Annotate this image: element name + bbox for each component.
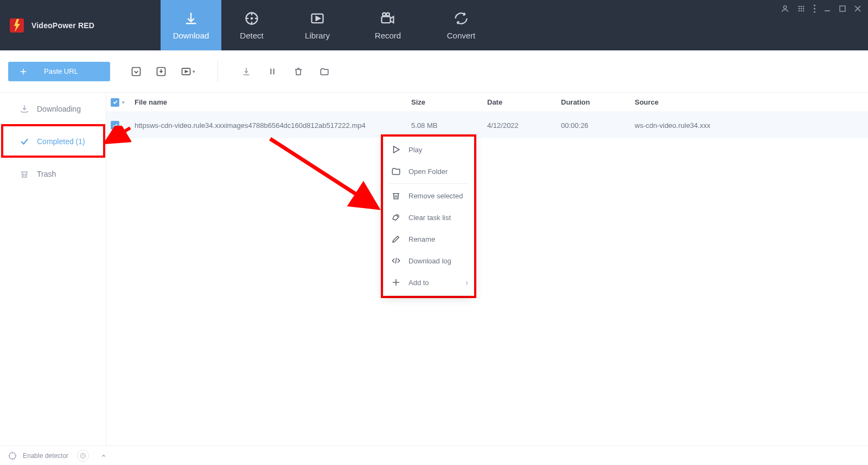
ctx-add-to[interactable]: Add to › bbox=[384, 272, 474, 293]
completed-icon bbox=[20, 137, 29, 146]
table-row[interactable]: httpsws-cdn-video.rule34.xxximages4788b6… bbox=[106, 112, 868, 138]
column-duration[interactable]: Duration bbox=[561, 98, 635, 106]
window-controls bbox=[781, 4, 861, 13]
screen-record-icon[interactable]: ▾ bbox=[180, 65, 196, 78]
tab-convert[interactable]: Convert bbox=[423, 0, 499, 50]
column-source[interactable]: Source bbox=[635, 98, 868, 106]
svg-point-11 bbox=[382, 13, 386, 16]
svg-point-15 bbox=[801, 6, 802, 8]
cell-date: 4/12/2022 bbox=[487, 121, 561, 130]
cell-size: 5.08 MB bbox=[411, 121, 487, 130]
app-title: VideoPower RED bbox=[31, 21, 94, 30]
batch-download-icon[interactable] bbox=[130, 65, 143, 78]
table-header: ▾ File name Size Date Duration Source bbox=[106, 93, 868, 112]
enable-detector-label[interactable]: Enable detector bbox=[23, 452, 68, 460]
open-output-folder-icon[interactable] bbox=[318, 65, 331, 78]
ctx-remove-selected[interactable]: Remove selected bbox=[384, 185, 474, 206]
svg-rect-30 bbox=[132, 67, 141, 75]
svg-point-25 bbox=[814, 11, 815, 13]
ctx-clear-task-list[interactable]: Clear task list bbox=[384, 206, 474, 228]
plus-icon bbox=[391, 277, 401, 287]
tab-record[interactable]: Record bbox=[353, 0, 423, 50]
pause-icon[interactable] bbox=[266, 65, 279, 78]
ctx-open-folder[interactable]: Open Folder bbox=[384, 160, 474, 182]
subscription-icon[interactable] bbox=[155, 65, 168, 78]
sidebar-item-label: Downloading bbox=[37, 105, 81, 113]
cell-source: ws-cdn-video.rule34.xxx bbox=[635, 121, 868, 130]
app-header: VideoPower RED Download Detect Library R… bbox=[0, 0, 868, 50]
column-date[interactable]: Date bbox=[487, 98, 561, 106]
status-bar: Enable detector bbox=[0, 445, 868, 465]
svg-marker-33 bbox=[185, 70, 187, 72]
svg-rect-34 bbox=[270, 68, 272, 74]
tab-download[interactable]: Download bbox=[161, 0, 221, 50]
context-menu: Play Open Folder Remove selected Clear t… bbox=[384, 137, 474, 295]
sidebar-item-label: Trash bbox=[37, 170, 56, 178]
detect-icon bbox=[244, 10, 260, 27]
svg-point-19 bbox=[803, 8, 805, 10]
svg-point-7 bbox=[251, 18, 252, 19]
detector-target-icon[interactable] bbox=[8, 451, 17, 461]
sidebar: Downloading Completed (1) Trash bbox=[0, 93, 106, 445]
downloading-icon bbox=[20, 104, 29, 114]
logo-block: VideoPower RED bbox=[0, 0, 161, 50]
schedule-icon[interactable] bbox=[77, 450, 89, 462]
svg-point-12 bbox=[386, 13, 390, 16]
trash-icon bbox=[391, 191, 401, 201]
record-icon bbox=[380, 10, 396, 27]
cell-duration: 00:00:26 bbox=[561, 121, 635, 130]
svg-point-17 bbox=[799, 8, 800, 10]
delete-icon[interactable] bbox=[292, 65, 305, 78]
pencil-icon bbox=[391, 234, 401, 244]
tab-library[interactable]: Library bbox=[282, 0, 353, 50]
broom-icon bbox=[391, 212, 401, 222]
svg-rect-27 bbox=[840, 6, 845, 11]
maximize-icon[interactable] bbox=[839, 5, 846, 12]
more-icon[interactable] bbox=[813, 4, 816, 13]
sidebar-item-trash[interactable]: Trash bbox=[0, 158, 106, 190]
ctx-play[interactable]: Play bbox=[384, 139, 474, 160]
close-icon[interactable] bbox=[854, 5, 861, 12]
svg-rect-35 bbox=[273, 68, 275, 74]
svg-point-24 bbox=[814, 8, 815, 10]
select-all-checkbox[interactable] bbox=[111, 98, 119, 107]
grid-icon[interactable] bbox=[797, 4, 806, 13]
checkbox-dropdown-icon[interactable]: ▾ bbox=[122, 100, 125, 105]
sidebar-item-label: Completed (1) bbox=[37, 137, 85, 146]
sidebar-item-completed[interactable]: Completed (1) bbox=[0, 125, 106, 158]
column-size[interactable]: Size bbox=[411, 98, 487, 106]
svg-point-13 bbox=[783, 6, 786, 9]
ctx-rename[interactable]: Rename bbox=[384, 228, 474, 250]
svg-point-21 bbox=[801, 10, 802, 12]
svg-point-18 bbox=[801, 8, 802, 10]
play-icon bbox=[391, 145, 401, 154]
minimize-icon[interactable] bbox=[824, 5, 831, 12]
svg-rect-10 bbox=[381, 17, 390, 23]
convert-icon bbox=[453, 10, 469, 27]
toolbar: ＋ Paste URL ▾ bbox=[0, 50, 868, 93]
svg-marker-36 bbox=[394, 146, 400, 153]
download-icon bbox=[183, 10, 199, 27]
svg-point-20 bbox=[799, 10, 800, 12]
user-icon[interactable] bbox=[781, 4, 789, 13]
svg-point-16 bbox=[803, 6, 805, 8]
start-icon[interactable] bbox=[240, 65, 253, 78]
row-checkbox[interactable] bbox=[111, 121, 119, 130]
svg-line-37 bbox=[395, 258, 397, 264]
column-filename[interactable]: File name bbox=[135, 98, 411, 106]
chevron-right-icon: › bbox=[465, 278, 468, 287]
cell-filename: httpsws-cdn-video.rule34.xxximages4788b6… bbox=[135, 121, 411, 130]
folder-icon bbox=[391, 166, 401, 176]
sidebar-item-downloading[interactable]: Downloading bbox=[0, 93, 106, 125]
tab-detect[interactable]: Detect bbox=[221, 0, 282, 50]
svg-point-44 bbox=[9, 453, 16, 459]
content-area: ▾ File name Size Date Duration Source ht… bbox=[106, 93, 868, 445]
svg-point-22 bbox=[803, 10, 805, 12]
library-icon bbox=[309, 10, 326, 27]
svg-marker-9 bbox=[316, 17, 320, 21]
code-icon bbox=[391, 256, 401, 266]
svg-point-14 bbox=[799, 6, 800, 8]
ctx-download-log[interactable]: Download log bbox=[384, 250, 474, 272]
collapse-up-icon[interactable] bbox=[98, 450, 110, 462]
paste-url-button[interactable]: ＋ Paste URL bbox=[8, 62, 110, 81]
